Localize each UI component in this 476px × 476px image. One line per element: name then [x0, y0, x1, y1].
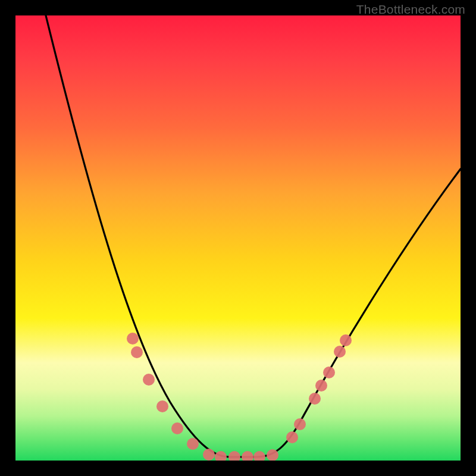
- curve-dot: [253, 451, 265, 461]
- curve-dot: [309, 393, 321, 405]
- curve-dot: [187, 438, 199, 450]
- curve-dot: [315, 380, 327, 392]
- curve-dot: [203, 449, 215, 461]
- curve-dot: [294, 418, 306, 430]
- curve-dot: [131, 346, 143, 358]
- curve-dot: [228, 451, 240, 461]
- curve-dot: [340, 334, 352, 346]
- bottleneck-curve: [46, 15, 461, 457]
- curve-dot: [334, 346, 346, 358]
- curve-dot: [127, 333, 139, 345]
- chart-svg: [15, 15, 461, 461]
- curve-dot: [215, 451, 227, 461]
- curve-dot: [156, 400, 168, 412]
- curve-dot: [286, 431, 298, 443]
- watermark-text: TheBottleneck.com: [356, 2, 465, 17]
- curve-dot: [171, 422, 183, 434]
- curve-dots: [127, 333, 352, 461]
- curve-dot: [323, 367, 335, 378]
- chart-area: [15, 15, 461, 461]
- curve-dot: [143, 374, 155, 386]
- curve-dot: [242, 451, 253, 461]
